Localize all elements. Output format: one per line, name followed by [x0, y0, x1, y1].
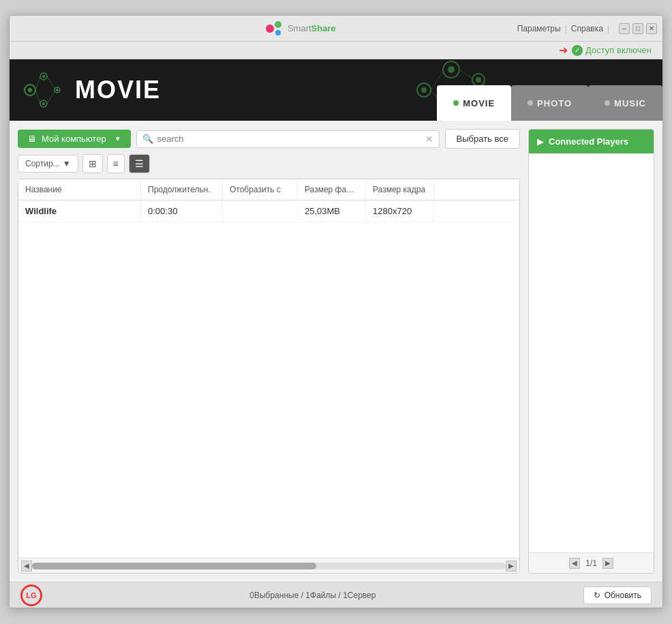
hero-nodes-left	[23, 66, 64, 114]
players-pagination: ◀ 1/1 ▶	[529, 552, 654, 573]
prev-page-button[interactable]: ◀	[569, 558, 580, 569]
status-bar: LG 0Выбранные / 1Файлы / 1Сервер ↻ Обнов…	[10, 582, 662, 608]
chevron-right-icon: ▶	[537, 137, 543, 147]
svg-point-18	[448, 66, 455, 73]
tab-music[interactable]: MUSIC	[588, 85, 662, 121]
minimize-button[interactable]: –	[619, 23, 630, 34]
computer-icon: 🖥	[27, 134, 36, 144]
hero-banner: MOVIE	[10, 59, 662, 121]
scroll-left-button[interactable]: ◀	[21, 561, 32, 571]
grid-icon: ⊞	[89, 158, 97, 169]
clear-search-button[interactable]: ✕	[425, 134, 433, 145]
menu-bar: Параметры | Справка |	[517, 24, 611, 33]
svg-point-4	[28, 88, 32, 92]
next-page-button[interactable]: ▶	[602, 558, 613, 569]
search-icon: 🔍	[142, 134, 153, 144]
svg-point-16	[421, 87, 427, 93]
tab-music-dot	[605, 100, 610, 106]
chevron-down-icon: ▼	[114, 135, 121, 143]
svg-point-8	[42, 102, 45, 105]
check-icon: ✓	[572, 45, 583, 56]
app-logo: SmartShare	[83, 19, 517, 38]
tab-photo-dot	[528, 100, 533, 106]
col-filesize: Размер файла	[298, 179, 366, 200]
file-frame-size: 1280x720	[366, 200, 434, 222]
scroll-right-button[interactable]: ▶	[506, 561, 517, 571]
col-name: Название	[18, 179, 141, 200]
connected-players-label: Connected Players	[549, 136, 628, 147]
search-box[interactable]: 🔍 ✕	[136, 130, 440, 148]
col-display: Отобразить с	[223, 179, 298, 200]
view-row: Сортир... ▼ ⊞ ≡ ☰	[18, 154, 520, 173]
scroll-thumb[interactable]	[32, 563, 316, 569]
access-arrow-icon: ➜	[559, 44, 568, 57]
svg-point-1	[275, 21, 281, 28]
tab-movie[interactable]: MOVIE	[437, 85, 511, 121]
tab-photo[interactable]: PHOTO	[511, 85, 588, 121]
scroll-track	[32, 563, 506, 569]
source-selector-button[interactable]: 🖥 Мой компьютер ▼	[18, 130, 131, 148]
col-framesize: Размер кадра	[366, 179, 434, 200]
menu-params[interactable]: Параметры	[517, 24, 561, 33]
svg-point-0	[266, 25, 274, 33]
sort-button[interactable]: Сортир... ▼	[18, 155, 78, 173]
hero-title: MOVIE	[75, 76, 161, 104]
connected-players-panel: ▶ Connected Players ◀ 1/1 ▶	[528, 129, 654, 574]
file-duration: 0:00:30	[141, 200, 223, 222]
list-view-button[interactable]: ≡	[107, 154, 125, 173]
list-icon: ≡	[113, 158, 119, 169]
access-status: ✓ Доступ включен	[572, 45, 652, 56]
hero-left: MOVIE	[10, 59, 174, 121]
page-indicator: 1/1	[585, 559, 597, 568]
svg-point-2	[275, 30, 281, 35]
table-row[interactable]: Wildlife 0:00:30 25,03MB 1280x720	[18, 200, 519, 222]
file-list-empty	[18, 222, 519, 558]
file-list-container: Название Продолжительн. Отобразить с Раз…	[18, 179, 520, 574]
col-duration: Продолжительн.	[141, 179, 223, 200]
select-all-button[interactable]: Выбрать все	[445, 129, 520, 149]
connected-players-header[interactable]: ▶ Connected Players	[529, 130, 654, 153]
horizontal-scrollbar[interactable]: ◀ ▶	[18, 558, 519, 573]
tab-movie-dot	[453, 100, 459, 106]
restore-button[interactable]: □	[632, 23, 643, 34]
svg-point-6	[42, 75, 45, 78]
titlebar: SmartShare Параметры | Справка | – □ ✕	[10, 16, 662, 42]
lg-circle-icon: LG	[20, 584, 42, 606]
refresh-button[interactable]: ↻ Обновить	[583, 586, 652, 604]
svg-point-22	[476, 77, 481, 83]
svg-point-10	[56, 89, 59, 91]
logo-icon	[264, 19, 284, 38]
refresh-icon: ↻	[594, 591, 600, 600]
menu-help[interactable]: Справка	[571, 24, 603, 33]
search-input[interactable]	[157, 134, 421, 144]
detail-view-button[interactable]: ☰	[129, 154, 150, 173]
close-button[interactable]: ✕	[646, 23, 657, 34]
grid-view-button[interactable]: ⊞	[82, 154, 103, 173]
window-controls: – □ ✕	[619, 23, 657, 34]
status-info: 0Выбранные / 1Файлы / 1Сервер	[249, 591, 376, 600]
left-panel: 🖥 Мой компьютер ▼ 🔍 ✕ Выбрать все Сортир…	[18, 129, 520, 574]
file-list-header: Название Продолжительн. Отобразить с Раз…	[18, 179, 519, 200]
players-body	[529, 153, 654, 552]
lg-logo: LG	[20, 584, 42, 606]
logo-smart: SmartShare	[288, 23, 336, 33]
svg-line-13	[47, 76, 55, 89]
file-name: Wildlife	[18, 200, 141, 222]
detail-icon: ☰	[135, 158, 144, 169]
toolbar-row: 🖥 Мой компьютер ▼ 🔍 ✕ Выбрать все	[18, 129, 520, 149]
main-content: 🖥 Мой компьютер ▼ 🔍 ✕ Выбрать все Сортир…	[10, 121, 662, 582]
svg-line-27	[459, 70, 472, 78]
svg-line-14	[47, 91, 55, 104]
file-size: 25,03MB	[298, 200, 366, 222]
sort-chevron-icon: ▼	[63, 159, 71, 168]
svg-line-11	[35, 76, 40, 90]
tabs-bar: MOVIE PHOTO MUSIC	[437, 85, 662, 121]
access-bar: ➜ ✓ Доступ включен	[10, 42, 662, 59]
file-display	[223, 206, 298, 217]
main-window: SmartShare Параметры | Справка | – □ ✕ ➜…	[9, 15, 663, 608]
svg-line-12	[35, 90, 40, 104]
